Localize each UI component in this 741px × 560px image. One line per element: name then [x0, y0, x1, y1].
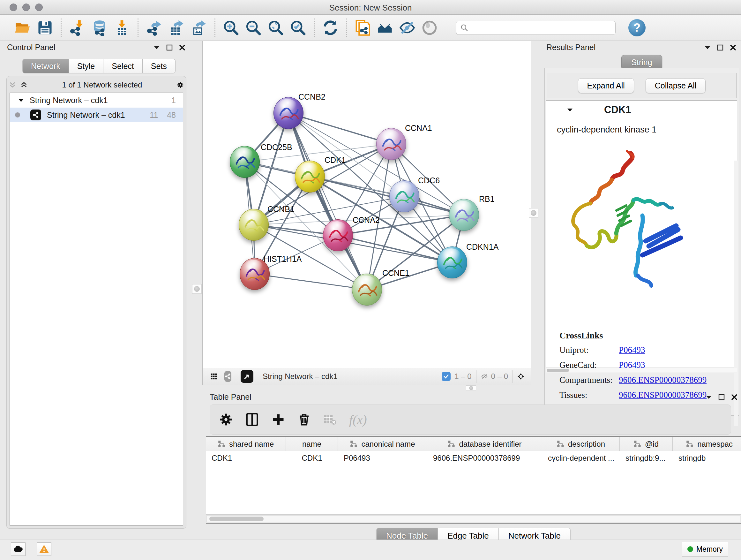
selected-checkbox-icon[interactable]: [442, 372, 451, 381]
node-CCNB2[interactable]: [273, 97, 304, 129]
export-image-button[interactable]: [188, 17, 210, 38]
results-horizontal-scrollbar[interactable]: [546, 368, 737, 373]
table-options-button[interactable]: [219, 413, 233, 427]
hide-selected-button[interactable]: [396, 17, 418, 38]
crosshair-icon[interactable]: [517, 373, 524, 380]
expand-all-networks-icon[interactable]: [20, 81, 27, 88]
birds-eye-view-icon[interactable]: [241, 370, 253, 383]
import-network-database-button[interactable]: [88, 17, 111, 38]
node-CCNE1[interactable]: [352, 273, 382, 306]
network-label: String Network – cdk1: [47, 111, 150, 120]
zoom-selected-button[interactable]: [287, 17, 309, 38]
entry-expander-icon[interactable]: [566, 106, 574, 113]
export-network-button[interactable]: [143, 17, 165, 38]
column-header-id[interactable]: @id: [620, 437, 673, 451]
string-view-icon[interactable]: [224, 373, 231, 380]
node-CDKN1A[interactable]: [437, 246, 467, 278]
scrollbar-thumb[interactable]: [547, 369, 569, 372]
first-neighbors-button[interactable]: [374, 17, 396, 38]
open-session-button[interactable]: [11, 17, 34, 38]
network-options-gear-icon[interactable]: [177, 81, 184, 88]
maximize-panel-icon[interactable]: [718, 394, 725, 401]
table-row[interactable]: CDK1CDK1P064939606.ENSP00000378699cyclin…: [206, 451, 741, 465]
float-panel-icon[interactable]: [705, 394, 712, 401]
network-collection-row[interactable]: String Network – cdk1 1: [10, 93, 183, 108]
bottom-splitter-handle[interactable]: [466, 385, 476, 391]
hidden-eye-slash-icon[interactable]: [481, 373, 488, 380]
fit-content-button[interactable]: [265, 17, 287, 38]
crosslink-link[interactable]: P06493: [619, 345, 645, 355]
right-splitter-handle[interactable]: [529, 208, 538, 218]
node-CDC25B[interactable]: [230, 146, 260, 178]
column-header-canonicalname[interactable]: canonical name: [338, 437, 427, 451]
expand-all-button[interactable]: Expand All: [578, 78, 634, 93]
edge-CCNE1-HIST1H1A[interactable]: [255, 274, 367, 290]
column-header-name[interactable]: name: [286, 437, 338, 451]
tab-select[interactable]: Select: [104, 59, 142, 73]
left-splitter-handle[interactable]: [192, 284, 202, 294]
node-CDC6[interactable]: [389, 180, 419, 212]
create-column-button[interactable]: [271, 413, 285, 427]
table-cell[interactable]: P06493: [338, 451, 427, 465]
node-RB1[interactable]: [449, 199, 479, 231]
column-header-namespac[interactable]: namespac: [673, 437, 741, 451]
edge-CCNB2-CCNA1[interactable]: [288, 113, 391, 144]
show-columns-button[interactable]: [245, 413, 259, 427]
edge-CDK1-RB1[interactable]: [310, 177, 464, 215]
float-panel-icon[interactable]: [153, 44, 160, 51]
search-field[interactable]: [456, 21, 616, 35]
close-panel-icon[interactable]: [179, 44, 186, 51]
network-canvas[interactable]: CCNB2CCNA1CDC25BCDK1CDC6RB1CCNB1CCNA2CDK…: [203, 41, 531, 368]
update-network-button[interactable]: [319, 17, 341, 38]
delete-column-button[interactable]: [297, 413, 311, 427]
close-panel-icon[interactable]: [730, 44, 737, 51]
tab-sets[interactable]: Sets: [143, 59, 176, 73]
column-header-description[interactable]: description: [542, 437, 620, 451]
float-panel-icon[interactable]: [704, 44, 711, 51]
search-input[interactable]: [468, 23, 606, 32]
scrollbar-thumb[interactable]: [209, 516, 264, 521]
results-vertical-scrollbar[interactable]: [734, 161, 738, 426]
show-all-button[interactable]: [418, 17, 441, 38]
crosslink-link[interactable]: 9606.ENSP00000378699: [619, 375, 706, 385]
export-table-button[interactable]: [165, 17, 188, 38]
node-CCNA1[interactable]: [376, 128, 406, 160]
protein-thumbnail-icon: [355, 278, 380, 302]
import-network-file-button[interactable]: [66, 17, 88, 38]
collapse-all-networks-icon[interactable]: [9, 81, 16, 88]
node-CCNA2[interactable]: [323, 219, 353, 251]
grid-view-icon[interactable]: [210, 373, 217, 380]
maximize-panel-icon[interactable]: [717, 44, 724, 51]
network-row[interactable]: String Network – cdk1 11 48: [10, 108, 183, 122]
maximize-panel-icon[interactable]: [166, 44, 173, 51]
save-session-button[interactable]: [34, 17, 56, 38]
node-label-RB1: RB1: [479, 194, 495, 204]
crosslink-label: Compartments:: [559, 375, 619, 385]
memory-button[interactable]: Memory: [682, 542, 728, 557]
tab-style[interactable]: Style: [69, 59, 104, 73]
column-header-sharedname[interactable]: shared name: [206, 437, 286, 451]
node-CDK1[interactable]: [295, 161, 325, 192]
table-cell[interactable]: stringdb:9...: [620, 451, 673, 465]
column-header-databaseidentifier[interactable]: database identifier: [427, 437, 542, 451]
result-entry-header[interactable]: CDK1: [546, 101, 737, 119]
collapse-all-button[interactable]: Collapse All: [646, 78, 706, 93]
import-table-file-button[interactable]: [111, 17, 133, 38]
table-cell[interactable]: stringdb: [673, 451, 741, 465]
warnings-button[interactable]: [37, 543, 51, 556]
table-cell[interactable]: cyclin-dependent ...: [542, 451, 620, 465]
table-cell[interactable]: 9606.ENSP00000378699: [427, 451, 542, 465]
table-cell[interactable]: CDK1: [286, 451, 338, 465]
tab-network[interactable]: Network: [22, 59, 69, 73]
zoom-out-button[interactable]: [242, 17, 265, 38]
cloud-status-button[interactable]: [11, 543, 25, 556]
crosslink-row: Uniprot:P06493: [559, 345, 706, 355]
clone-network-button[interactable]: [351, 17, 374, 38]
table-cell[interactable]: CDK1: [206, 451, 286, 465]
close-panel-icon[interactable]: [731, 394, 738, 401]
zoom-in-button[interactable]: [220, 17, 242, 38]
table-horizontal-scrollbar[interactable]: [206, 515, 740, 522]
tree-expander-icon[interactable]: [17, 97, 24, 104]
help-button[interactable]: ?: [628, 19, 646, 37]
node-CCNB1[interactable]: [239, 209, 269, 241]
